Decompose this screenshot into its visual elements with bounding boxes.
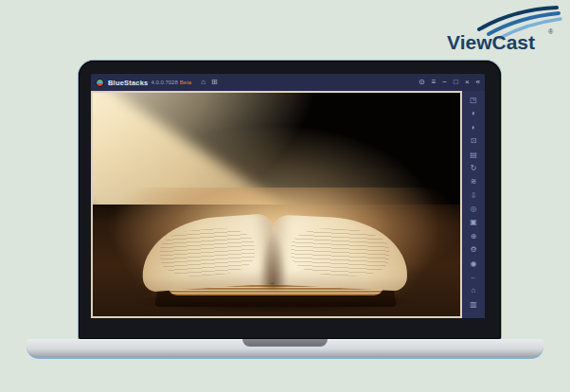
open-book bbox=[139, 206, 408, 311]
viewcast-swoosh-icon: ViewCast ® bbox=[413, 4, 564, 55]
app-name: BlueStacks bbox=[108, 79, 148, 87]
share-icon[interactable]: ⊕ bbox=[471, 233, 477, 246]
laptop-screen: BlueStacks 4.0.0.7028 Beta ⌂ ⊞ ⊙ ≡ − □ ×… bbox=[79, 61, 501, 339]
base-notch bbox=[242, 339, 328, 347]
recent-apps-icon[interactable]: ▥ bbox=[470, 301, 477, 314]
toolbar-sidebar: ◳ ◖ ◗ ⊡ ▤ ↻ ≋ ⇩ ◎ ▣ ⊕ ⚙ ◉ ← ⌂ ▥ bbox=[462, 91, 485, 318]
power-icon[interactable]: ⊙ bbox=[419, 79, 425, 86]
home-icon[interactable]: ⌂ bbox=[201, 79, 205, 86]
left-page bbox=[139, 213, 276, 293]
shake-icon[interactable]: ≋ bbox=[471, 178, 477, 191]
record-icon[interactable]: ◉ bbox=[471, 260, 477, 274]
minimize-icon[interactable]: − bbox=[442, 79, 447, 86]
book-photo bbox=[93, 93, 460, 316]
maximize-icon[interactable]: □ bbox=[454, 79, 458, 86]
app-version: 4.0.0.7028 bbox=[151, 80, 177, 85]
screenshot-icon[interactable]: ⊡ bbox=[471, 137, 477, 151]
rotate-icon[interactable]: ↻ bbox=[471, 165, 477, 178]
viewcast-wordmark: ViewCast bbox=[447, 31, 535, 53]
left-page-text bbox=[158, 225, 257, 278]
media-manager-icon[interactable]: ▣ bbox=[470, 219, 477, 232]
bluestacks-logo-icon bbox=[96, 79, 104, 87]
volume-down-icon[interactable]: ◗ bbox=[472, 124, 476, 137]
multi-window-icon[interactable]: ⊞ bbox=[211, 79, 218, 86]
bluestacks-window: BlueStacks 4.0.0.7028 Beta ⌂ ⊞ ⊙ ≡ − □ ×… bbox=[91, 74, 485, 318]
right-page-text bbox=[290, 226, 390, 277]
book-spine bbox=[259, 231, 288, 288]
settings-gear-icon[interactable]: ⚙ bbox=[470, 246, 476, 259]
emulator-content[interactable] bbox=[91, 91, 462, 318]
collapse-sidebar-icon[interactable]: « bbox=[476, 79, 480, 86]
install-apk-icon[interactable]: ⇩ bbox=[471, 192, 477, 205]
viewcast-logo: ViewCast ® bbox=[413, 4, 564, 55]
volume-up-icon[interactable]: ◖ bbox=[472, 110, 476, 123]
right-page bbox=[270, 214, 410, 291]
window-body: ◳ ◖ ◗ ⊡ ▤ ↻ ≋ ⇩ ◎ ▣ ⊕ ⚙ ◉ ← ⌂ ▥ bbox=[91, 91, 485, 318]
laptop-base bbox=[27, 339, 543, 359]
page: ViewCast ® BlueStacks 4.0.0.7028 Beta ⌂ … bbox=[0, 0, 570, 392]
keymap-icon[interactable]: ▤ bbox=[470, 151, 477, 165]
back-icon[interactable]: ← bbox=[470, 274, 477, 287]
android-home-icon[interactable]: ⌂ bbox=[472, 287, 476, 300]
close-icon[interactable]: × bbox=[465, 79, 470, 86]
location-icon[interactable]: ◎ bbox=[471, 205, 477, 219]
beta-badge: Beta bbox=[180, 80, 191, 85]
titlebar[interactable]: BlueStacks 4.0.0.7028 Beta ⌂ ⊞ ⊙ ≡ − □ ×… bbox=[91, 74, 485, 91]
menu-icon[interactable]: ≡ bbox=[432, 79, 436, 86]
fullscreen-icon[interactable]: ◳ bbox=[470, 97, 477, 110]
registered-mark: ® bbox=[548, 28, 554, 35]
